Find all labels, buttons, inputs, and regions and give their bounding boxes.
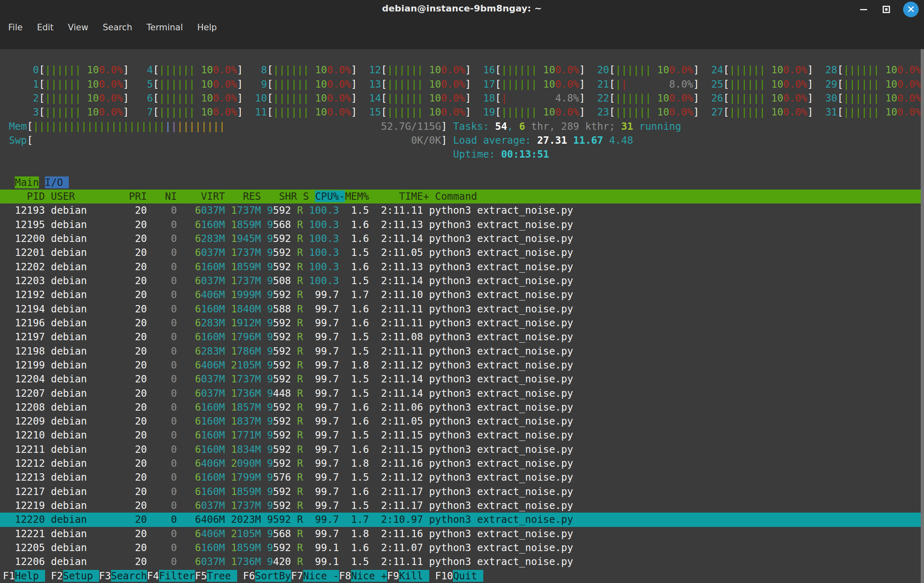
menu-item-file[interactable]: File bbox=[7, 22, 24, 33]
blank-line bbox=[0, 162, 924, 176]
table-header[interactable]: PID USER PRI NI VIRT RES SHR S CPU%-MEM%… bbox=[0, 190, 924, 203]
process-row-12197[interactable]: 12197 debian 20 0 6160M 1796M 9592 R 99.… bbox=[0, 330, 924, 344]
menu-item-edit[interactable]: Edit bbox=[35, 22, 55, 33]
process-row-12207[interactable]: 12207 debian 20 0 6037M 1736M 9448 R 99.… bbox=[0, 386, 924, 400]
process-row-12220[interactable]: 12220 debian 20 0 6406M 2023M 9592 R 99.… bbox=[0, 513, 924, 527]
process-row-12199[interactable]: 12199 debian 20 0 6406M 2105M 9592 R 99.… bbox=[0, 358, 924, 372]
blank-line bbox=[0, 49, 924, 63]
memory-line: Mem[|||||||||||||||||||||||||||||||| 52.… bbox=[0, 120, 924, 133]
fkey-label-f9[interactable]: Kill bbox=[399, 570, 429, 582]
fkey-label-f7[interactable]: Nice - bbox=[303, 570, 339, 582]
process-row-12217[interactable]: 12217 debian 20 0 6160M 1859M 9592 R 99.… bbox=[0, 485, 924, 499]
fkey-label-f4[interactable]: Filter bbox=[159, 570, 195, 582]
process-row-12209[interactable]: 12209 debian 20 0 6160M 1837M 9592 R 99.… bbox=[0, 414, 924, 428]
process-row-12194[interactable]: 12194 debian 20 0 6160M 1840M 9588 R 99.… bbox=[0, 302, 924, 316]
fkey-bar: F1Help F2Setup F3SearchF4FilterF5Tree F6… bbox=[0, 569, 924, 583]
swap-line: Swp[ 0K/0K] Load average: 27.31 11.67 4.… bbox=[0, 133, 924, 147]
tabs-line: Main I/O bbox=[0, 176, 924, 190]
process-row-12204[interactable]: 12204 debian 20 0 6037M 1737M 9592 R 99.… bbox=[0, 372, 924, 386]
menubar: FileEditViewSearchTerminalHelp bbox=[0, 19, 924, 49]
cpu-meter-row-0: 0[|||||| 100.0%] 4[|||||| 100.0%] 8[||||… bbox=[0, 63, 924, 77]
htop-screen: 0[|||||| 100.0%] 4[|||||| 100.0%] 8[||||… bbox=[0, 49, 924, 583]
process-row-12205[interactable]: 12205 debian 20 0 6160M 1859M 9592 R 99.… bbox=[0, 541, 924, 555]
process-row-12213[interactable]: 12213 debian 20 0 6160M 1799M 9576 R 99.… bbox=[0, 470, 924, 484]
minimize-button[interactable] bbox=[855, 0, 872, 19]
fkey-label-f6[interactable]: SortBy bbox=[255, 570, 291, 582]
scrollbar[interactable] bbox=[921, 49, 924, 583]
fkey-label-f1[interactable]: Help bbox=[15, 570, 45, 582]
process-row-12198[interactable]: 12198 debian 20 0 6283M 1786M 9592 R 99.… bbox=[0, 344, 924, 358]
process-row-12196[interactable]: 12196 debian 20 0 6283M 1912M 9592 R 99.… bbox=[0, 316, 924, 330]
fkey-f6[interactable]: F6 bbox=[243, 570, 255, 582]
fkey-label-f2[interactable]: Setup bbox=[63, 570, 99, 582]
menu-item-view[interactable]: View bbox=[66, 22, 90, 33]
tab-main[interactable]: Main bbox=[15, 176, 39, 188]
fkey-f1[interactable]: F1 bbox=[3, 570, 15, 582]
fkey-f2[interactable]: F2 bbox=[51, 570, 63, 582]
titlebar: debian@instance-9bm8ngay: ~ ✕ bbox=[0, 0, 924, 19]
process-row-12200[interactable]: 12200 debian 20 0 6283M 1945M 9592 R 100… bbox=[0, 232, 924, 246]
window-title: debian@instance-9bm8ngay: ~ bbox=[0, 3, 924, 14]
menu-item-terminal[interactable]: Terminal bbox=[145, 22, 185, 33]
fkey-label-f3[interactable]: Search bbox=[111, 570, 147, 582]
fkey-f9[interactable]: F9 bbox=[387, 570, 399, 582]
terminal-window: debian@instance-9bm8ngay: ~ ✕ FileEditVi… bbox=[0, 0, 924, 583]
maximize-button[interactable] bbox=[878, 0, 895, 19]
close-icon: ✕ bbox=[903, 2, 919, 17]
process-row-12206[interactable]: 12206 debian 20 0 6037M 1736M 9420 R 99.… bbox=[0, 555, 924, 569]
menu-item-search[interactable]: Search bbox=[101, 22, 134, 33]
cpu-meter-row-1: 1[|||||| 100.0%] 5[|||||| 100.0%] 9[||||… bbox=[0, 77, 924, 91]
process-row-12211[interactable]: 12211 debian 20 0 6160M 1834M 9592 R 99.… bbox=[0, 443, 924, 456]
uptime-line: Uptime: 00:13:51 bbox=[0, 147, 924, 161]
maximize-icon bbox=[883, 6, 890, 13]
fkey-f7[interactable]: F7 bbox=[291, 570, 303, 582]
process-row-12221[interactable]: 12221 debian 20 0 6406M 2105M 9568 R 99.… bbox=[0, 527, 924, 541]
process-row-12195[interactable]: 12195 debian 20 0 6160M 1859M 9568 R 100… bbox=[0, 218, 924, 232]
process-row-12212[interactable]: 12212 debian 20 0 6406M 2090M 9592 R 99.… bbox=[0, 456, 924, 470]
process-row-12219[interactable]: 12219 debian 20 0 6037M 1737M 9592 R 99.… bbox=[0, 499, 924, 513]
fkey-label-f10[interactable]: Quit bbox=[453, 570, 483, 582]
sort-column-cpu[interactable]: CPU%- bbox=[315, 190, 345, 202]
process-row-12201[interactable]: 12201 debian 20 0 6037M 1737M 9592 R 100… bbox=[0, 246, 924, 260]
process-row-12210[interactable]: 12210 debian 20 0 6160M 1771M 9592 R 99.… bbox=[0, 428, 924, 442]
cpu-meter-row-3: 3[|||||| 100.0%] 7[|||||| 100.0%] 11[|||… bbox=[0, 105, 924, 119]
fkey-f10[interactable]: F10 bbox=[435, 570, 453, 582]
process-row-12203[interactable]: 12203 debian 20 0 6037M 1737M 9508 R 100… bbox=[0, 274, 924, 288]
minimize-icon bbox=[860, 9, 867, 10]
fkey-label-f8[interactable]: Nice + bbox=[351, 570, 387, 582]
tab-io[interactable]: I/O bbox=[45, 176, 69, 188]
menu-item-help[interactable]: Help bbox=[196, 22, 219, 33]
process-row-12192[interactable]: 12192 debian 20 0 6406M 1999M 9592 R 99.… bbox=[0, 288, 924, 302]
process-row-12202[interactable]: 12202 debian 20 0 6160M 1859M 9592 R 100… bbox=[0, 260, 924, 274]
cpu-meter-row-2: 2[|||||| 100.0%] 6[|||||| 100.0%] 10[|||… bbox=[0, 91, 924, 105]
fkey-f5[interactable]: F5 bbox=[195, 570, 207, 582]
process-row-12208[interactable]: 12208 debian 20 0 6160M 1857M 9592 R 99.… bbox=[0, 400, 924, 414]
fkey-f3[interactable]: F3 bbox=[99, 570, 111, 582]
fkey-label-f5[interactable]: Tree bbox=[207, 570, 237, 582]
process-row-12193[interactable]: 12193 debian 20 0 6037M 1737M 9592 R 100… bbox=[0, 203, 924, 217]
close-button[interactable]: ✕ bbox=[901, 0, 921, 19]
fkey-f8[interactable]: F8 bbox=[339, 570, 351, 582]
fkey-f4[interactable]: F4 bbox=[147, 570, 159, 582]
